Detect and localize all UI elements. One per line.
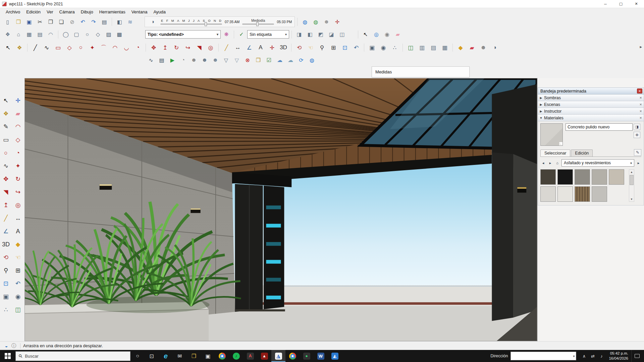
paint-bucket-icon[interactable]: ◆: [455, 42, 466, 53]
look-around-icon[interactable]: ◉: [378, 42, 389, 53]
material-swatch[interactable]: [575, 169, 590, 185]
push-pull-icon[interactable]: ↥: [1, 200, 11, 210]
offset-tool-icon[interactable]: ◎: [13, 200, 23, 210]
tape-measure-icon[interactable]: ╱: [221, 42, 232, 53]
make-component-icon[interactable]: ❖: [1, 109, 11, 119]
instructor-target-icon[interactable]: ◎: [371, 29, 381, 40]
section-close-icon[interactable]: ✕: [639, 103, 642, 106]
menu-item[interactable]: Ventana: [128, 9, 151, 15]
viewport-3d-scene[interactable]: [24, 78, 537, 341]
display-pane-button[interactable]: ◨: [634, 124, 640, 130]
tray-header[interactable]: Bandeja predeterminada ✕: [538, 87, 644, 95]
forward-button[interactable]: ▸: [547, 160, 553, 166]
look-around-icon[interactable]: ◉: [13, 292, 23, 302]
date-slider-thumb[interactable]: [205, 22, 207, 26]
menu-item[interactable]: Ver: [44, 9, 56, 15]
rotated-rectangle-icon[interactable]: ◇: [13, 135, 23, 145]
add-folder-icon[interactable]: ❒: [253, 55, 263, 65]
compass-icon[interactable]: ◉: [382, 29, 392, 40]
hidden-icons-chevron[interactable]: ∧: [580, 350, 588, 362]
volume-icon[interactable]: ♪: [597, 350, 606, 362]
orbit-tool-icon[interactable]: ⟲: [1, 252, 11, 262]
select-cursor-icon[interactable]: ↖: [361, 29, 371, 40]
zoom-window-icon[interactable]: ⊞: [328, 42, 339, 53]
store-icon[interactable]: ▣: [201, 350, 215, 362]
date-slider[interactable]: [160, 23, 222, 25]
material-swatch[interactable]: [592, 169, 607, 185]
start-button[interactable]: [0, 350, 15, 362]
zoom-extents-icon[interactable]: ⊡: [339, 42, 350, 53]
material-swatch[interactable]: [540, 169, 556, 185]
menu-item[interactable]: Archivo: [3, 9, 23, 15]
menu-item[interactable]: Herramientas: [96, 9, 128, 15]
polygon-tool-icon[interactable]: ✦: [87, 42, 98, 53]
tray-section-escenas[interactable]: ▶ Escenas ✕: [538, 101, 644, 108]
menu-item[interactable]: Cámara: [56, 9, 78, 15]
section-expand-icon[interactable]: ▶: [538, 103, 544, 106]
tape-measure-icon[interactable]: ╱: [1, 213, 11, 223]
tag-dropdown[interactable]: Sin etiqueta ▾: [247, 30, 289, 39]
material-swatch[interactable]: [557, 169, 573, 185]
details-button[interactable]: ▸: [636, 160, 641, 166]
circle-tool-icon[interactable]: ○: [1, 148, 11, 158]
text-tool-icon[interactable]: A: [255, 42, 266, 53]
erase-icon[interactable]: ⊘: [67, 17, 77, 27]
draw-polygon-icon[interactable]: ◇: [93, 29, 103, 40]
rectangle-tool-icon[interactable]: ▭: [1, 135, 11, 145]
tray-section-materiales[interactable]: ▼ Materiales ✕: [538, 115, 644, 121]
face-me-icon[interactable]: ☻: [189, 55, 199, 65]
elevation-icon[interactable]: ▤: [35, 29, 45, 40]
open-icon[interactable]: ❒: [13, 17, 23, 27]
menu-item[interactable]: Edición: [23, 9, 44, 15]
soft-eraser-icon[interactable]: ▰: [393, 29, 403, 40]
panel-left-icon[interactable]: ◧: [305, 29, 315, 40]
house-builder-icon[interactable]: ⌂: [13, 29, 23, 40]
section-plane-icon[interactable]: ◫: [405, 42, 416, 53]
protractor-icon[interactable]: ∠: [244, 42, 255, 53]
panel-top-icon[interactable]: ◩: [316, 29, 326, 40]
trimble-connect-icon[interactable]: ◍: [307, 55, 317, 65]
photo-textures-icon[interactable]: ☻: [321, 17, 331, 27]
position-camera-icon[interactable]: ▣: [367, 42, 377, 53]
close-button[interactable]: ✕: [629, 0, 644, 8]
axes-tool-icon[interactable]: ✛: [13, 96, 23, 106]
scroll-up-icon[interactable]: ▲: [630, 170, 633, 174]
component-icon[interactable]: ❖: [3, 29, 13, 40]
credits-icon[interactable]: ◔: [178, 55, 188, 65]
people-icon[interactable]: ☻: [210, 55, 220, 65]
zoom-tool-icon[interactable]: ⚲: [1, 265, 11, 276]
section-fill-icon[interactable]: ▦: [439, 42, 450, 53]
geolocation-status-icon[interactable]: ◒: [3, 342, 10, 350]
section-close-icon[interactable]: ✕: [639, 96, 642, 100]
add-location-icon[interactable]: ◍: [300, 17, 310, 27]
menu-item[interactable]: Ayuda: [150, 9, 169, 15]
creative-cloud-icon[interactable]: A: [243, 350, 257, 362]
3d-text-icon[interactable]: 3D: [1, 239, 11, 249]
pan-tool-icon[interactable]: ☜: [13, 252, 23, 262]
draw-oval-icon[interactable]: ◯: [61, 29, 71, 40]
draw-circle-icon[interactable]: ○: [82, 29, 92, 40]
minimize-button[interactable]: ─: [598, 0, 613, 8]
orbit-tool-icon[interactable]: ⟲: [294, 42, 305, 53]
line-tool-icon[interactable]: ✎: [1, 122, 11, 132]
shadow-toggle-icon[interactable]: ◑: [148, 17, 158, 27]
spotify-icon[interactable]: ♪: [229, 350, 243, 362]
back-button[interactable]: ◂: [540, 160, 546, 166]
match-photo-icon[interactable]: ☻: [478, 42, 489, 53]
tray-section-sombras[interactable]: ▶ Sombras ✕: [538, 95, 644, 101]
taskbar-clock[interactable]: 05:42 p.m. 16/04/2026: [606, 351, 631, 361]
taskbar-search[interactable]: ⚲ Buscar: [15, 351, 130, 361]
make-component-icon[interactable]: ❖: [14, 42, 25, 53]
pie-tool-icon[interactable]: ◔: [132, 42, 143, 53]
cloud-icon[interactable]: ☁: [285, 55, 296, 65]
cortana-icon[interactable]: ○: [130, 350, 145, 362]
previous-view-icon[interactable]: ↶: [13, 279, 23, 289]
toolbar-overflow-icon[interactable]: ▸: [640, 44, 642, 49]
create-material-button[interactable]: ⊕: [634, 132, 640, 138]
sync-icon[interactable]: ⟳: [296, 55, 306, 65]
mail-icon[interactable]: ✉: [173, 350, 187, 362]
panel-right-icon[interactable]: ◨: [294, 29, 304, 40]
two-point-arc-icon[interactable]: ◠: [110, 42, 120, 53]
section-expand-icon[interactable]: ▶: [538, 96, 544, 100]
filter-alt-icon[interactable]: ▽: [232, 55, 242, 65]
